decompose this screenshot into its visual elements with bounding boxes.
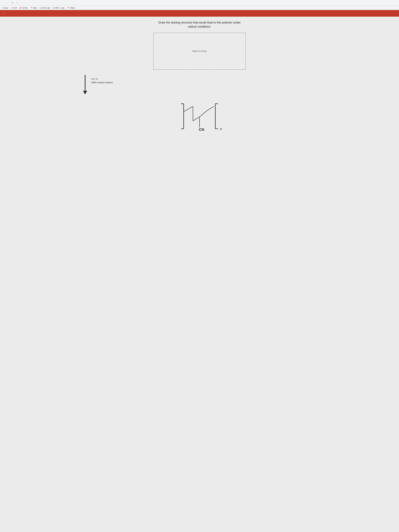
vinpol-icon: 📍 bbox=[67, 7, 69, 9]
bookmark-apps[interactable]: ⊞ Apps bbox=[2, 6, 9, 9]
bookmark-aims-label: AIMS :: Login bbox=[55, 7, 64, 9]
arrow-head bbox=[83, 91, 87, 95]
app-header: ← bbox=[0, 10, 399, 17]
main-content: Draw the starting structure that would l… bbox=[0, 17, 399, 532]
bookmark-maps-label: Maps bbox=[33, 7, 37, 9]
aims-icon: ◉ bbox=[53, 7, 54, 9]
condition-line2: AIBN (radical initiator) bbox=[91, 81, 113, 84]
bookmark-aims[interactable]: ◉ AIMS :: Login bbox=[52, 6, 65, 9]
bookmark-elead[interactable]: e eLEAD Login bbox=[38, 6, 51, 9]
nav-buttons: ← → ↻ ⌂ bbox=[2, 1, 19, 5]
bookmark-youtube[interactable]: ▶ YouTube bbox=[19, 6, 29, 9]
draw-area[interactable]: Select to Draw bbox=[153, 33, 246, 70]
browser-toolbar: ← → ↻ ⌂ bbox=[0, 0, 399, 6]
bookmark-apps-label: Apps bbox=[5, 7, 8, 9]
reload-button[interactable]: ↻ bbox=[11, 1, 14, 5]
forward-button[interactable]: → bbox=[6, 1, 10, 5]
bookmark-maps[interactable]: 📍 Maps bbox=[29, 6, 38, 9]
svg-line-5 bbox=[193, 117, 200, 121]
bookmark-vinpolr-label: VINpolr bbox=[70, 7, 75, 9]
arrow-shaft bbox=[85, 75, 86, 91]
polymer-structure-svg: CN n bbox=[173, 100, 226, 134]
down-arrow bbox=[83, 75, 87, 95]
question-text: Draw the starting structure that would l… bbox=[5, 21, 394, 29]
apps-icon: ⊞ bbox=[3, 7, 4, 9]
conditions-text: Δ or λν AIBN (radical initiator) bbox=[91, 75, 113, 84]
svg-line-6 bbox=[200, 110, 207, 117]
cn-label: CN bbox=[199, 127, 204, 132]
bookmark-gmail[interactable]: ✉ Gmail bbox=[10, 6, 18, 9]
app-back-button[interactable]: ← bbox=[2, 12, 5, 15]
bookmark-elead-label: eLEAD Login bbox=[41, 7, 50, 9]
polymer-section: CN n bbox=[153, 100, 246, 134]
youtube-icon: ▶ bbox=[20, 7, 21, 9]
question-line2: radical conditions. bbox=[188, 25, 211, 28]
reaction-section: Δ or λν AIBN (radical initiator) bbox=[83, 75, 399, 96]
bookmarks-bar: ⊞ Apps ✉ Gmail ▶ YouTube 📍 Maps e eLEAD … bbox=[0, 6, 399, 10]
back-button[interactable]: ← bbox=[2, 1, 5, 5]
question-line1: Draw the starting structure that would l… bbox=[158, 21, 241, 24]
bookmark-vinpolr[interactable]: 📍 VINpolr bbox=[66, 6, 76, 9]
polymer-svg-container: CN n bbox=[173, 100, 226, 134]
condition-line1: Δ or λν bbox=[91, 78, 113, 80]
elead-icon: e bbox=[39, 7, 40, 9]
draw-area-label: Select to Draw bbox=[192, 50, 207, 52]
gmail-icon: ✉ bbox=[11, 7, 12, 9]
bookmark-youtube-label: YouTube bbox=[21, 7, 28, 9]
svg-line-3 bbox=[184, 106, 193, 112]
arrow-container: Δ or λν AIBN (radical initiator) bbox=[83, 75, 113, 95]
maps-icon: 📍 bbox=[30, 7, 32, 9]
home-button[interactable]: ⌂ bbox=[15, 1, 19, 5]
svg-line-7 bbox=[207, 106, 214, 110]
n-subscript: n bbox=[220, 127, 222, 131]
bookmark-gmail-label: Gmail bbox=[13, 7, 17, 9]
